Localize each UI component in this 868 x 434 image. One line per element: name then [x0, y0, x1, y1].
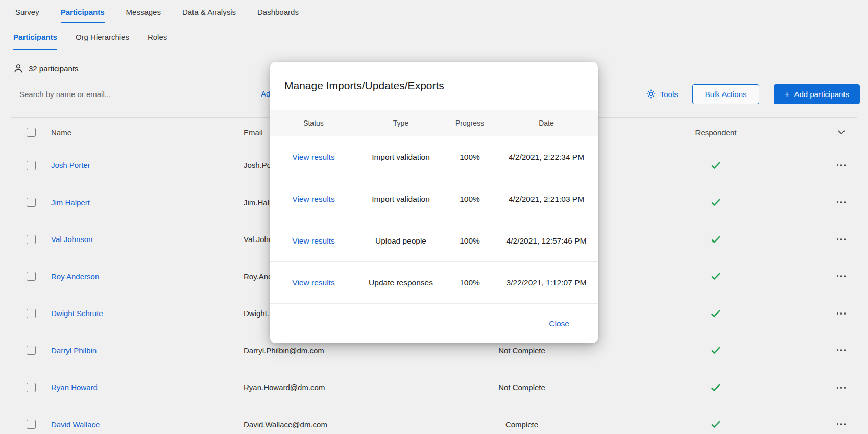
modal-header-date: Date — [495, 119, 598, 127]
import-type: Import validation — [357, 195, 445, 204]
row-actions-button[interactable] — [836, 420, 847, 428]
tab-dashboards[interactable]: Dashboards — [257, 0, 299, 23]
row-actions-button[interactable] — [836, 346, 847, 354]
plus-icon: + — [784, 90, 789, 99]
modal-title: Manage Imports/Updates/Exports — [270, 62, 598, 110]
header-sort-chevron[interactable] — [826, 130, 857, 135]
import-date: 4/2/2021, 2:21:03 PM — [495, 195, 598, 204]
close-button[interactable]: Close — [549, 319, 569, 328]
modal-table-header: Status Type Progress Date — [270, 110, 598, 136]
modal-table-row: View results Import validation 100% 4/2/… — [270, 136, 598, 178]
row-checkbox[interactable] — [27, 420, 36, 429]
subtab-roles[interactable]: Roles — [148, 23, 167, 50]
participant-name-link[interactable]: Ryan Howard — [51, 383, 244, 392]
participant-name-link[interactable]: Jim Halpert — [51, 198, 244, 207]
participant-name-link[interactable]: Darryl Philbin — [51, 346, 244, 355]
select-all-checkbox[interactable] — [27, 128, 36, 137]
bulk-actions-button[interactable]: Bulk Actions — [692, 84, 760, 104]
row-actions-button[interactable] — [836, 235, 847, 244]
respondent-check-icon — [711, 420, 721, 428]
modal-table-row: View results Update responses 100% 3/22/… — [270, 262, 598, 304]
search-input[interactable] — [19, 87, 234, 101]
row-checkbox[interactable] — [27, 161, 36, 170]
person-icon — [13, 63, 23, 74]
modal-footer: Close — [270, 304, 598, 343]
participant-name-link[interactable]: David Wallace — [51, 420, 244, 429]
gear-icon — [646, 89, 656, 99]
toolbar-actions: Tools Bulk Actions + Add participants — [646, 83, 860, 105]
row-checkbox[interactable] — [27, 383, 36, 392]
import-date: 3/22/2021, 1:12:07 PM — [495, 278, 598, 287]
modal-header-type: Type — [357, 119, 445, 127]
view-results-link[interactable]: View results — [292, 236, 334, 245]
import-progress: 100% — [445, 278, 495, 287]
tab-messages[interactable]: Messages — [126, 0, 161, 23]
row-checkbox[interactable] — [27, 309, 36, 318]
tab-participants[interactable]: Participants — [61, 0, 105, 23]
import-progress: 100% — [445, 236, 495, 246]
subtab-participants[interactable]: Participants — [13, 23, 57, 50]
row-actions-button[interactable] — [836, 383, 847, 392]
row-checkbox[interactable] — [27, 235, 36, 244]
import-type: Update responses — [357, 278, 445, 287]
row-checkbox[interactable] — [27, 346, 36, 355]
modal-header-status: Status — [270, 119, 357, 127]
subtab-org-hierarchies[interactable]: Org Hierarchies — [76, 23, 129, 50]
import-progress: 100% — [445, 153, 495, 162]
modal-table-row: View results Import validation 100% 4/2/… — [270, 178, 598, 220]
header-name: Name — [51, 128, 244, 137]
respondent-check-icon — [711, 309, 721, 318]
import-date: 4/2/2021, 12:57:46 PM — [495, 236, 598, 246]
respondent-check-icon — [711, 346, 721, 354]
participant-name-link[interactable]: Roy Anderson — [51, 272, 244, 281]
row-actions-button[interactable] — [836, 161, 847, 170]
participant-status: Not Complete — [438, 383, 606, 392]
participant-email: Darryl.Philbin@dm.com — [244, 346, 438, 355]
row-actions-button[interactable] — [836, 198, 847, 206]
view-results-link[interactable]: View results — [292, 153, 334, 161]
manage-imports-modal: Manage Imports/Updates/Exports Status Ty… — [270, 62, 598, 343]
advanced-link[interactable]: Ad — [261, 89, 270, 98]
add-participants-label: Add participants — [794, 90, 849, 99]
table-row: David Wallace David.Wallace@dm.com Compl… — [11, 406, 857, 434]
participant-name-link[interactable]: Val Johnson — [51, 235, 244, 244]
modal-header-progress: Progress — [445, 119, 495, 127]
participant-name-link[interactable]: Dwight Schrute — [51, 309, 244, 318]
row-actions-button[interactable] — [836, 309, 847, 318]
header-respondent: Respondent — [606, 128, 826, 137]
participant-status: Complete — [438, 420, 606, 429]
table-row: Ryan Howard Ryan.Howard@dm.com Not Compl… — [11, 369, 857, 406]
respondent-check-icon — [711, 383, 721, 392]
tab-survey[interactable]: Survey — [15, 0, 39, 23]
respondent-check-icon — [711, 198, 721, 206]
import-type: Upload people — [357, 236, 445, 246]
modal-table-row: View results Upload people 100% 4/2/2021… — [270, 220, 598, 262]
add-participants-button[interactable]: + Add participants — [774, 84, 860, 104]
import-type: Import validation — [357, 153, 445, 162]
respondent-check-icon — [711, 235, 721, 244]
secondary-nav: Participants Org Hierarchies Roles — [0, 23, 868, 50]
view-results-link[interactable]: View results — [292, 278, 334, 287]
import-date: 4/2/2021, 2:22:34 PM — [495, 153, 598, 162]
participant-email: David.Wallace@dm.com — [244, 420, 438, 429]
row-checkbox[interactable] — [27, 198, 36, 207]
participant-name-link[interactable]: Josh Porter — [51, 161, 244, 170]
participant-status: Not Complete — [438, 346, 606, 355]
chevron-down-icon — [838, 130, 845, 135]
row-checkbox[interactable] — [27, 272, 36, 281]
respondent-check-icon — [711, 272, 721, 280]
row-actions-button[interactable] — [836, 272, 847, 280]
participant-email: Ryan.Howard@dm.com — [244, 383, 438, 392]
view-results-link[interactable]: View results — [292, 195, 334, 203]
tools-label: Tools — [660, 90, 678, 99]
import-progress: 100% — [445, 195, 495, 204]
respondent-check-icon — [711, 161, 721, 170]
primary-nav: Survey Participants Messages Data & Anal… — [0, 0, 868, 23]
participants-count-label: 32 participants — [29, 64, 79, 73]
tools-button[interactable]: Tools — [646, 89, 678, 99]
tab-data-analysis[interactable]: Data & Analysis — [182, 0, 236, 23]
